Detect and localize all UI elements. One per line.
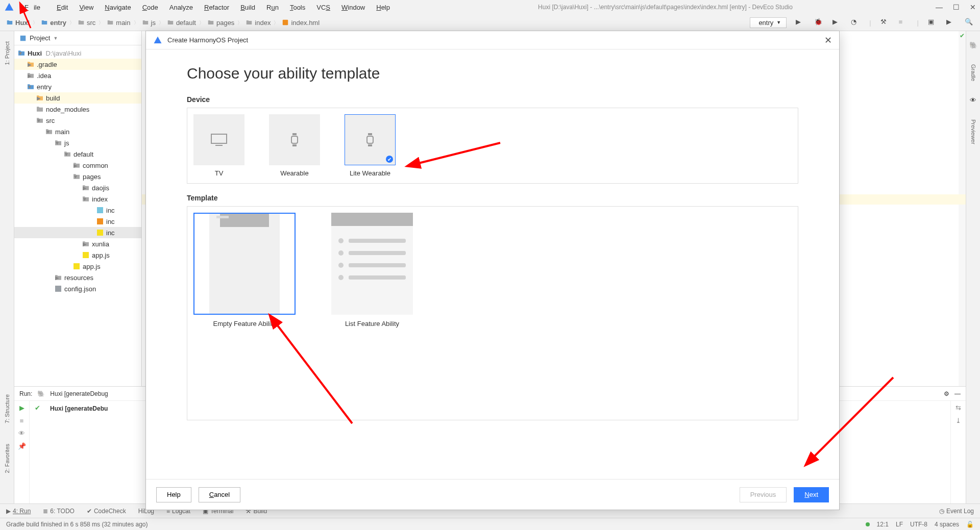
tree-node[interactable]: config.json xyxy=(64,285,96,293)
tab-favorites[interactable]: 2: Favorites xyxy=(4,444,10,473)
tree-node[interactable]: node_modules xyxy=(46,106,89,113)
tree-node[interactable]: index xyxy=(92,195,108,203)
chevron-down-icon: ▼ xyxy=(53,36,58,41)
scroll-icon[interactable]: ⤓ xyxy=(955,417,961,424)
tree-node[interactable]: common xyxy=(83,162,108,169)
minimize-icon[interactable]: — xyxy=(936,3,943,11)
status-encoding[interactable]: UTF-8 xyxy=(910,521,927,528)
tab-project[interactable]: 1: Project xyxy=(4,41,10,65)
device-lite-wearable[interactable]: ✔ xyxy=(345,114,396,165)
next-button[interactable]: Next xyxy=(794,487,829,502)
tree-node[interactable]: .gradle xyxy=(37,61,57,68)
tree-node[interactable]: app.js xyxy=(83,263,101,270)
tree-node[interactable]: xunlia xyxy=(92,240,109,248)
play-icon[interactable]: ▶ xyxy=(796,18,805,27)
maximize-icon[interactable]: ☐ xyxy=(953,3,960,11)
device-tv[interactable] xyxy=(193,114,244,165)
tree-node[interactable]: pages xyxy=(83,173,101,181)
breadcrumb-item[interactable]: default xyxy=(176,19,196,27)
svg-rect-13 xyxy=(367,136,373,143)
debug-icon[interactable]: 🐞 xyxy=(814,18,823,27)
tree-node[interactable]: app.js xyxy=(92,251,110,259)
menu-code[interactable]: Code xyxy=(137,2,163,13)
play-icon[interactable]: ▶ xyxy=(19,404,24,412)
menu-vcs[interactable]: VCS xyxy=(311,2,335,13)
gradle-icon[interactable]: 🐘 xyxy=(969,41,977,49)
coverage-icon[interactable]: ▶ xyxy=(832,18,842,27)
dialog-title-bar[interactable]: Create HarmonyOS Project ✕ xyxy=(146,31,839,49)
stop-icon[interactable]: ■ xyxy=(899,18,908,27)
sidebar-header[interactable]: Project ▼ xyxy=(14,31,141,45)
minimize-panel-icon[interactable]: — xyxy=(954,390,961,397)
breadcrumb-item[interactable]: main xyxy=(116,19,130,27)
previewer-icon[interactable]: ▶ xyxy=(946,18,955,27)
run-config-selector[interactable]: entry ▼ xyxy=(750,17,787,28)
help-button[interactable]: Help xyxy=(156,487,191,502)
menu-view[interactable]: View xyxy=(74,2,99,13)
breadcrumb-item[interactable]: Huxi xyxy=(15,19,30,27)
menu-build[interactable]: Build xyxy=(235,2,260,13)
tab-gradle[interactable]: Gradle xyxy=(970,64,976,81)
title-bar: File Edit View Navigate Code Analyze Ref… xyxy=(0,0,980,14)
app-logo-icon xyxy=(4,2,14,12)
tab-eventlog[interactable]: ◷Event Log xyxy=(939,508,974,515)
template-empty[interactable] xyxy=(193,213,296,315)
eye-icon[interactable]: 👁 xyxy=(970,96,976,104)
status-position[interactable]: 12:1 xyxy=(877,521,889,528)
device-icon[interactable]: ▣ xyxy=(928,18,937,27)
tree-node[interactable]: inc xyxy=(106,207,115,214)
tree-node[interactable]: js xyxy=(64,139,69,147)
tab-run[interactable]: ▶4: Run xyxy=(6,508,31,515)
menu-window[interactable]: Window xyxy=(336,2,370,13)
tree-node[interactable]: main xyxy=(55,128,69,136)
tree-node[interactable]: .idea xyxy=(37,72,51,80)
close-icon[interactable]: ✕ xyxy=(970,3,976,11)
menu-help[interactable]: Help xyxy=(371,2,395,13)
svg-rect-0 xyxy=(283,20,288,26)
lock-icon[interactable]: 🔓 xyxy=(966,521,974,528)
right-gutter: 🐘 Gradle 👁 Previewer xyxy=(966,31,980,503)
tab-previewer[interactable]: Previewer xyxy=(970,119,976,144)
menu-tools[interactable]: Tools xyxy=(285,2,310,13)
eye-icon[interactable]: 👁 xyxy=(18,430,25,437)
menu-analyze[interactable]: Analyze xyxy=(164,2,198,13)
tree-node[interactable]: entry xyxy=(37,83,52,91)
tab-codecheck[interactable]: ✔CodeCheck xyxy=(87,508,126,515)
tab-todo[interactable]: ≣6: TODO xyxy=(43,508,75,515)
breadcrumb-item[interactable]: entry xyxy=(50,19,66,27)
menu-navigate[interactable]: Navigate xyxy=(100,2,136,13)
tree-node[interactable]: inc xyxy=(106,218,115,225)
pin-icon[interactable]: 📌 xyxy=(18,442,26,450)
tree-node[interactable]: inc xyxy=(106,229,115,237)
tree-node[interactable]: src xyxy=(46,117,55,124)
menu-file[interactable]: File xyxy=(19,2,51,13)
menu-refactor[interactable]: Refactor xyxy=(199,2,234,13)
template-list[interactable] xyxy=(321,213,423,315)
folder-icon xyxy=(27,60,35,68)
breadcrumb-item[interactable]: index.hml xyxy=(291,19,320,27)
profile-icon[interactable]: ◔ xyxy=(851,18,860,27)
status-lineend[interactable]: LF xyxy=(896,521,903,528)
close-icon[interactable]: ✕ xyxy=(824,35,832,46)
device-wearable[interactable] xyxy=(269,114,320,165)
tree-node[interactable]: build xyxy=(46,94,60,102)
status-indent[interactable]: 4 spaces xyxy=(935,521,959,528)
menu-run[interactable]: Run xyxy=(261,2,284,13)
stop-icon[interactable]: ■ xyxy=(20,417,24,424)
breadcrumb-item[interactable]: pages xyxy=(216,19,234,27)
tree-node[interactable]: default xyxy=(74,150,93,158)
tree-node[interactable]: resources xyxy=(64,274,93,282)
gear-icon[interactable]: ⚙ xyxy=(944,390,949,397)
collapse-icon[interactable]: ⇆ xyxy=(955,404,961,412)
search-icon[interactable]: 🔍 xyxy=(965,18,974,27)
breadcrumb-item[interactable]: index xyxy=(255,19,271,27)
hammer-icon[interactable]: ⚒ xyxy=(880,18,890,27)
menu-edit[interactable]: Edit xyxy=(52,2,73,13)
tab-structure[interactable]: 7: Structure xyxy=(4,394,10,423)
breadcrumb-item[interactable]: js xyxy=(151,19,156,27)
breadcrumb-item[interactable]: src xyxy=(87,19,95,27)
cancel-button[interactable]: Cancel xyxy=(199,487,240,502)
tree-root[interactable]: Huxi xyxy=(28,49,42,57)
tree-node[interactable]: daojis xyxy=(92,184,109,192)
check-icon: ✔ xyxy=(35,404,40,412)
